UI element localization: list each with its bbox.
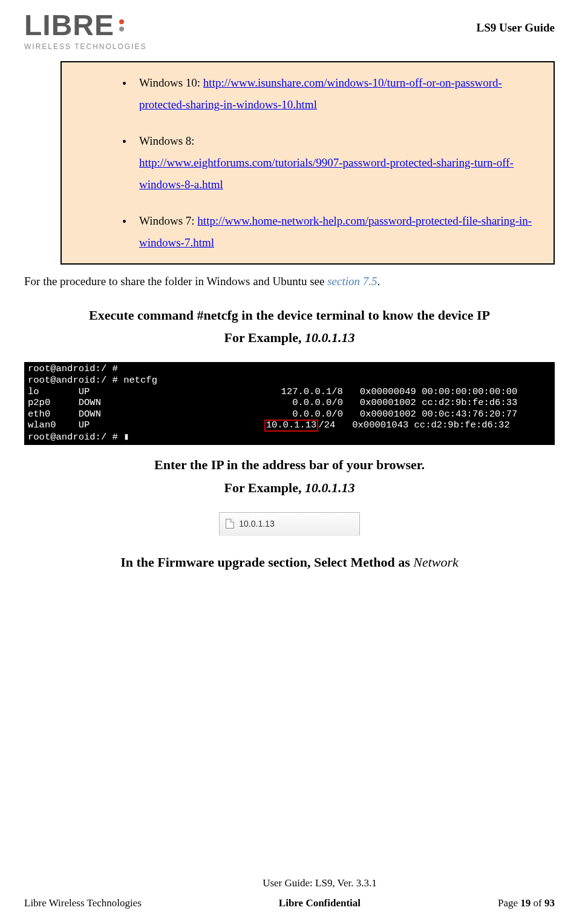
list-item-prefix: Windows 7: — [139, 214, 197, 227]
option-value: Network — [413, 555, 459, 570]
list-item: Windows 7: http://www.home-network-help.… — [139, 210, 543, 254]
footer-confidential: Libre Confidential — [263, 894, 377, 913]
list-item-prefix: Windows 8: — [139, 134, 195, 147]
example-value: 10.0.1.13 — [305, 330, 355, 345]
example-value: 10.0.1.13 — [305, 480, 355, 495]
info-callout: Windows 10: http://www.isunshare.com/win… — [60, 61, 555, 265]
list-item: Windows 10: http://www.isunshare.com/win… — [139, 72, 543, 116]
section-reference-link[interactable]: section 7.5 — [327, 275, 377, 288]
instruction-step: In the Firmware upgrade section, Select … — [60, 551, 518, 573]
instruction-step: Execute command #netcfg in the device te… — [60, 304, 518, 349]
list-item: Windows 8: http://www.eightforums.com/tu… — [139, 130, 543, 196]
highlighted-ip: 10.0.1.13 — [264, 420, 319, 432]
logo-dots-icon — [119, 19, 124, 31]
step-text: For Example, — [224, 330, 305, 345]
browser-tab-text: 10.0.1.13 — [239, 516, 274, 532]
step-text: For Example, — [224, 480, 305, 495]
list-item-prefix: Windows 10: — [139, 76, 203, 89]
page-footer: Libre Wireless Technologies User Guide: … — [24, 874, 555, 913]
brand-logo: LIBRE WIRELESS TECHNOLOGIES — [24, 11, 146, 54]
logo-subtext: WIRELESS TECHNOLOGIES — [24, 40, 146, 54]
footer-pagination: Page 19 of 93 — [498, 894, 555, 913]
page-icon — [226, 519, 234, 529]
step-text: Enter the IP in the address bar of your … — [60, 453, 518, 476]
document-title: LS9 User Guide — [476, 17, 555, 39]
instruction-step: Enter the IP in the address bar of your … — [60, 453, 518, 499]
paragraph: For the procedure to share the folder in… — [24, 271, 555, 292]
footer-company: Libre Wireless Technologies — [24, 894, 142, 913]
external-link[interactable]: http://www.eightforums.com/tutorials/990… — [139, 156, 514, 191]
terminal-screenshot: root@android:/ # root@android:/ # netcfg… — [24, 362, 555, 445]
terminal-cursor-icon: ▮ — [123, 432, 129, 443]
logo-text: LIBRE — [24, 11, 114, 40]
external-link[interactable]: http://www.home-network-help.com/passwor… — [139, 214, 532, 249]
step-text: In the Firmware upgrade section, Select … — [120, 555, 413, 570]
browser-tab-screenshot: 10.0.1.13 — [219, 512, 359, 536]
footer-version: User Guide: LS9, Ver. 3.3.1 — [263, 874, 377, 893]
step-text: Execute command #netcfg in the device te… — [60, 304, 518, 326]
